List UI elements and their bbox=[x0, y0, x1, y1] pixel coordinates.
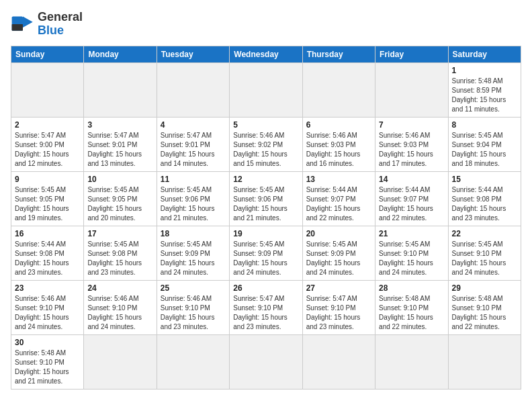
day-info: Sunrise: 5:46 AM Sunset: 9:02 PM Dayligh… bbox=[233, 131, 298, 169]
day-number: 20 bbox=[306, 229, 371, 238]
calendar-cell: 20Sunrise: 5:45 AM Sunset: 9:09 PM Dayli… bbox=[302, 226, 375, 280]
calendar-cell: 5Sunrise: 5:46 AM Sunset: 9:02 PM Daylig… bbox=[230, 117, 302, 171]
calendar-cell bbox=[302, 334, 375, 389]
day-info: Sunrise: 5:48 AM Sunset: 9:10 PM Dayligh… bbox=[15, 349, 80, 386]
day-number: 14 bbox=[379, 175, 444, 184]
day-info: Sunrise: 5:48 AM Sunset: 8:59 PM Dayligh… bbox=[452, 77, 517, 114]
day-info: Sunrise: 5:47 AM Sunset: 9:10 PM Dayligh… bbox=[306, 294, 371, 332]
calendar-cell: 1Sunrise: 5:48 AM Sunset: 8:59 PM Daylig… bbox=[448, 62, 521, 117]
weekday-header-saturday: Saturday bbox=[448, 46, 521, 62]
day-info: Sunrise: 5:45 AM Sunset: 9:10 PM Dayligh… bbox=[379, 240, 444, 277]
day-info: Sunrise: 5:47 AM Sunset: 9:01 PM Dayligh… bbox=[161, 131, 226, 169]
day-number: 25 bbox=[161, 283, 226, 293]
calendar-cell: 23Sunrise: 5:46 AM Sunset: 9:10 PM Dayli… bbox=[11, 280, 84, 334]
day-info: Sunrise: 5:45 AM Sunset: 9:08 PM Dayligh… bbox=[87, 240, 152, 277]
calendar-week-4: 16Sunrise: 5:44 AM Sunset: 9:08 PM Dayli… bbox=[11, 226, 521, 280]
calendar-cell: 2Sunrise: 5:47 AM Sunset: 9:00 PM Daylig… bbox=[11, 117, 84, 171]
calendar-cell bbox=[157, 334, 229, 389]
calendar-cell: 7Sunrise: 5:46 AM Sunset: 9:03 PM Daylig… bbox=[375, 117, 448, 171]
calendar-week-6: 30Sunrise: 5:48 AM Sunset: 9:10 PM Dayli… bbox=[11, 334, 521, 389]
day-number: 2 bbox=[15, 120, 80, 130]
calendar-cell: 29Sunrise: 5:48 AM Sunset: 9:10 PM Dayli… bbox=[448, 280, 521, 334]
day-info: Sunrise: 5:46 AM Sunset: 9:03 PM Dayligh… bbox=[379, 131, 444, 169]
day-number: 1 bbox=[452, 66, 517, 75]
day-number: 13 bbox=[306, 175, 371, 184]
day-number: 9 bbox=[15, 175, 80, 184]
calendar-cell bbox=[375, 334, 448, 389]
day-number: 19 bbox=[233, 229, 298, 238]
calendar-body: 1Sunrise: 5:48 AM Sunset: 8:59 PM Daylig… bbox=[11, 62, 521, 389]
page-header: GeneralBlue bbox=[11, 11, 521, 38]
day-number: 29 bbox=[452, 283, 517, 293]
calendar-week-2: 2Sunrise: 5:47 AM Sunset: 9:00 PM Daylig… bbox=[11, 117, 521, 171]
calendar-cell bbox=[157, 62, 229, 117]
calendar-cell: 25Sunrise: 5:46 AM Sunset: 9:10 PM Dayli… bbox=[157, 280, 229, 334]
calendar-cell bbox=[84, 334, 157, 389]
day-number: 22 bbox=[452, 229, 517, 238]
day-info: Sunrise: 5:45 AM Sunset: 9:09 PM Dayligh… bbox=[306, 240, 371, 277]
day-number: 5 bbox=[233, 120, 298, 130]
weekday-header-sunday: Sunday bbox=[11, 46, 84, 62]
calendar-cell bbox=[230, 334, 302, 389]
day-info: Sunrise: 5:45 AM Sunset: 9:06 PM Dayligh… bbox=[233, 185, 298, 223]
calendar-cell bbox=[11, 62, 84, 117]
day-info: Sunrise: 5:45 AM Sunset: 9:10 PM Dayligh… bbox=[452, 240, 517, 277]
day-number: 10 bbox=[87, 175, 152, 184]
calendar-cell: 14Sunrise: 5:44 AM Sunset: 9:07 PM Dayli… bbox=[375, 171, 448, 226]
day-number: 23 bbox=[15, 283, 80, 293]
calendar-cell: 3Sunrise: 5:47 AM Sunset: 9:01 PM Daylig… bbox=[84, 117, 157, 171]
day-number: 3 bbox=[87, 120, 152, 130]
day-number: 7 bbox=[379, 120, 444, 130]
day-info: Sunrise: 5:45 AM Sunset: 9:06 PM Dayligh… bbox=[161, 185, 226, 223]
calendar-cell bbox=[448, 334, 521, 389]
day-number: 26 bbox=[233, 283, 298, 293]
calendar-cell: 16Sunrise: 5:44 AM Sunset: 9:08 PM Dayli… bbox=[11, 226, 84, 280]
day-number: 17 bbox=[87, 229, 152, 238]
calendar-cell bbox=[84, 62, 157, 117]
svg-rect-2 bbox=[12, 24, 23, 31]
day-info: Sunrise: 5:44 AM Sunset: 9:07 PM Dayligh… bbox=[379, 185, 444, 223]
calendar-cell bbox=[375, 62, 448, 117]
calendar-cell: 13Sunrise: 5:44 AM Sunset: 9:07 PM Dayli… bbox=[302, 171, 375, 226]
weekday-header-friday: Friday bbox=[375, 46, 448, 62]
day-number: 4 bbox=[161, 120, 226, 130]
calendar-cell bbox=[230, 62, 302, 117]
calendar-cell: 6Sunrise: 5:46 AM Sunset: 9:03 PM Daylig… bbox=[302, 117, 375, 171]
day-number: 27 bbox=[306, 283, 371, 293]
weekday-header-thursday: Thursday bbox=[302, 46, 375, 62]
calendar-cell: 24Sunrise: 5:46 AM Sunset: 9:10 PM Dayli… bbox=[84, 280, 157, 334]
day-info: Sunrise: 5:45 AM Sunset: 9:04 PM Dayligh… bbox=[452, 131, 517, 169]
calendar-week-1: 1Sunrise: 5:48 AM Sunset: 8:59 PM Daylig… bbox=[11, 62, 521, 117]
day-info: Sunrise: 5:45 AM Sunset: 9:09 PM Dayligh… bbox=[161, 240, 226, 277]
day-info: Sunrise: 5:47 AM Sunset: 9:00 PM Dayligh… bbox=[15, 131, 80, 169]
calendar-cell: 18Sunrise: 5:45 AM Sunset: 9:09 PM Dayli… bbox=[157, 226, 229, 280]
calendar-cell: 8Sunrise: 5:45 AM Sunset: 9:04 PM Daylig… bbox=[448, 117, 521, 171]
day-info: Sunrise: 5:46 AM Sunset: 9:10 PM Dayligh… bbox=[161, 294, 226, 332]
day-info: Sunrise: 5:48 AM Sunset: 9:10 PM Dayligh… bbox=[379, 294, 444, 332]
calendar-cell: 22Sunrise: 5:45 AM Sunset: 9:10 PM Dayli… bbox=[448, 226, 521, 280]
day-number: 18 bbox=[161, 229, 226, 238]
day-number: 28 bbox=[379, 283, 444, 293]
calendar-week-5: 23Sunrise: 5:46 AM Sunset: 9:10 PM Dayli… bbox=[11, 280, 521, 334]
day-info: Sunrise: 5:48 AM Sunset: 9:10 PM Dayligh… bbox=[452, 294, 517, 332]
day-number: 21 bbox=[379, 229, 444, 238]
day-info: Sunrise: 5:45 AM Sunset: 9:05 PM Dayligh… bbox=[15, 185, 80, 223]
calendar-table: SundayMondayTuesdayWednesdayThursdayFrid… bbox=[11, 46, 521, 390]
day-info: Sunrise: 5:44 AM Sunset: 9:08 PM Dayligh… bbox=[452, 185, 517, 223]
day-info: Sunrise: 5:45 AM Sunset: 9:09 PM Dayligh… bbox=[233, 240, 298, 277]
calendar-cell: 9Sunrise: 5:45 AM Sunset: 9:05 PM Daylig… bbox=[11, 171, 84, 226]
logo-text: GeneralBlue bbox=[38, 11, 83, 38]
day-number: 16 bbox=[15, 229, 80, 238]
day-info: Sunrise: 5:44 AM Sunset: 9:08 PM Dayligh… bbox=[15, 240, 80, 277]
calendar-cell: 27Sunrise: 5:47 AM Sunset: 9:10 PM Dayli… bbox=[302, 280, 375, 334]
weekday-header-wednesday: Wednesday bbox=[230, 46, 302, 62]
calendar-cell bbox=[302, 62, 375, 117]
calendar-header: SundayMondayTuesdayWednesdayThursdayFrid… bbox=[11, 46, 521, 62]
calendar-cell: 26Sunrise: 5:47 AM Sunset: 9:10 PM Dayli… bbox=[230, 280, 302, 334]
weekday-header-monday: Monday bbox=[84, 46, 157, 62]
day-number: 24 bbox=[87, 283, 152, 293]
calendar-cell: 30Sunrise: 5:48 AM Sunset: 9:10 PM Dayli… bbox=[11, 334, 84, 389]
day-info: Sunrise: 5:44 AM Sunset: 9:07 PM Dayligh… bbox=[306, 185, 371, 223]
svg-marker-1 bbox=[23, 16, 33, 27]
calendar-cell: 28Sunrise: 5:48 AM Sunset: 9:10 PM Dayli… bbox=[375, 280, 448, 334]
